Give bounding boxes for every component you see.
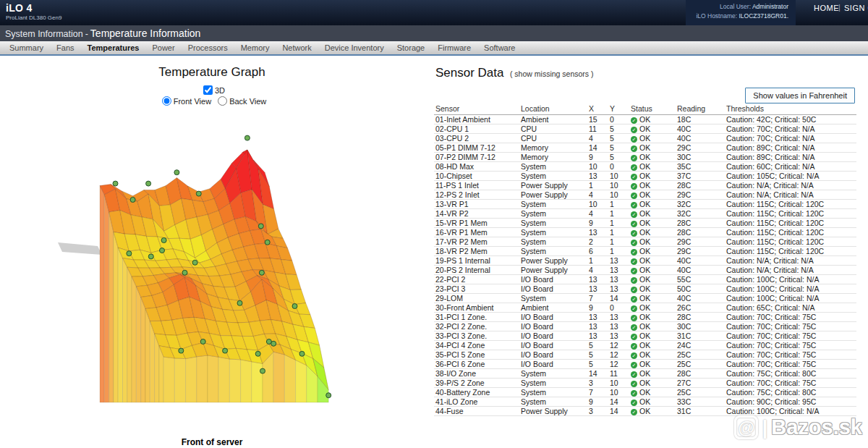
location-cell: I/O Board [519, 331, 587, 341]
sensor-row: 39-P/S 2 ZoneSystem310✓OK27CCaution: 70C… [434, 379, 856, 388]
status-text: OK [639, 209, 650, 218]
tab-storage[interactable]: Storage [391, 43, 432, 52]
y-cell: 5 [608, 134, 629, 143]
sensor-row: 08-HD MaxSystem100✓OK35CCaution: 60C; Cr… [434, 162, 856, 172]
tab-summary[interactable]: Summary [3, 43, 50, 52]
y-cell: 12 [608, 341, 629, 350]
status-ok-icon: ✓ [631, 117, 637, 124]
thresholds-cell: Caution: 65C; Critical: N/A [725, 303, 856, 313]
sensor-name-cell: 19-PS 1 Internal [434, 256, 519, 266]
y-cell: 1 [608, 247, 629, 256]
sensor-marker [326, 393, 331, 398]
x-cell: 10 [587, 162, 608, 172]
status-cell: ✓OK [629, 397, 676, 407]
temperature-graph-panel: Temperature Graph 3D Front View Back Vie… [0, 56, 434, 448]
sensor-marker [113, 181, 118, 186]
sensor-marker [161, 238, 166, 243]
back-view-radio[interactable] [218, 96, 227, 106]
sign-out-link[interactable]: SIGN OUT [844, 4, 868, 12]
front-view-radio[interactable] [162, 96, 171, 106]
column-header-x: X [587, 104, 608, 115]
status-text: OK [639, 294, 650, 303]
reading-cell: 18C [676, 115, 725, 124]
status-ok-icon: ✓ [631, 400, 637, 406]
location-cell: Memory [519, 143, 587, 153]
sensor-name-cell: 32-PCI 2 Zone. [434, 322, 519, 331]
tab-processors[interactable]: Processors [182, 43, 234, 52]
thresholds-cell: Caution: 70C; Critical: 75C [725, 313, 856, 322]
thresholds-cell: Caution: 70C; Critical: 75C [725, 341, 856, 350]
status-cell: ✓OK [629, 190, 676, 200]
thresholds-cell: Caution: 100C; Critical: N/A [725, 284, 856, 294]
tab-fans[interactable]: Fans [50, 43, 80, 52]
x-cell: 7 [587, 388, 608, 397]
session-info: Local User: Administrator iLO Hostname: … [686, 0, 796, 25]
x-cell: 4 [587, 134, 608, 143]
sensor-row: 20-PS 2 InternalPower Supply413✓OK40CCau… [434, 266, 856, 275]
column-header-status: Status [629, 104, 676, 115]
sensor-name-cell: 22-PCI 2 [434, 275, 519, 284]
status-cell: ✓OK [629, 379, 676, 388]
tab-memory[interactable]: Memory [234, 43, 276, 52]
fahrenheit-button[interactable]: Show values in Fahrenheit [745, 88, 855, 103]
column-header-y: Y [608, 104, 629, 115]
sensor-row: 40-Battery ZoneSystem710✓OK25CCaution: 7… [434, 388, 856, 397]
show-missing-sensors-link[interactable]: ( show missing sensors ) [510, 69, 594, 78]
tab-firmware[interactable]: Firmware [431, 43, 477, 52]
thresholds-cell: Caution: N/A; Critical: N/A [725, 190, 856, 200]
status-text: OK [639, 275, 650, 284]
thresholds-cell: Caution: 115C; Critical: 120C [725, 200, 856, 209]
status-ok-icon: ✓ [631, 193, 637, 199]
status-cell: ✓OK [629, 266, 676, 275]
sensor-name-cell: 20-PS 2 Internal [434, 266, 519, 275]
breadcrumb-separator: - [85, 29, 88, 39]
sensor-data-title: Sensor Data [435, 66, 504, 80]
sensor-marker [255, 351, 260, 356]
y-cell: 10 [608, 190, 629, 200]
status-ok-icon: ✓ [631, 381, 637, 387]
x-cell: 11 [587, 124, 608, 134]
thresholds-cell: Caution: N/A; Critical: N/A [725, 266, 856, 275]
y-cell: 0 [608, 303, 629, 313]
status-ok-icon: ✓ [631, 249, 637, 255]
thresholds-cell: Caution: N/A; Critical: N/A [725, 256, 856, 266]
x-cell: 13 [587, 322, 608, 331]
y-cell: 12 [608, 360, 629, 369]
tab-temperatures[interactable]: Temperatures [81, 43, 146, 52]
y-cell: 13 [608, 275, 629, 284]
location-cell: I/O Board [519, 322, 587, 331]
home-link[interactable]: HOME [814, 4, 839, 12]
graph-controls: 3D Front View Back View [0, 85, 424, 106]
status-ok-icon: ✓ [631, 343, 637, 350]
y-cell: 0 [608, 162, 629, 172]
reading-cell: 24C [676, 341, 725, 350]
tab-power[interactable]: Power [145, 43, 181, 52]
sensor-row: 11-PS 1 InletPower Supply110✓OK28CCautio… [434, 181, 856, 190]
reading-cell: 55C [676, 275, 725, 284]
sensor-row: 15-VR P1 MemSystem91✓OK28CCaution: 115C;… [434, 219, 856, 228]
status-ok-icon: ✓ [631, 390, 637, 397]
status-ok-icon: ✓ [631, 240, 637, 246]
sensor-row: 31-PCI 1 Zone.I/O Board1313✓OK28CCaution… [434, 313, 856, 322]
status-text: OK [639, 219, 650, 227]
y-cell: 12 [608, 350, 629, 360]
sensor-name-cell: 29-LOM [434, 294, 519, 303]
reading-cell: 29C [676, 190, 725, 200]
tab-software[interactable]: Software [477, 43, 522, 52]
y-cell: 10 [608, 379, 629, 388]
tab-network[interactable]: Network [276, 43, 318, 52]
thresholds-cell: Caution: 115C; Critical: 120C [725, 228, 856, 237]
x-cell: 13 [587, 313, 608, 322]
3d-checkbox[interactable] [203, 85, 213, 95]
sensor-row: 33-PCI 3 Zone.I/O Board1313✓OK31CCaution… [434, 331, 856, 341]
sensor-row: 02-CPU 1CPU115✓OK40CCaution: 70C; Critic… [434, 124, 856, 134]
status-cell: ✓OK [629, 153, 676, 162]
thresholds-cell: Caution: 75C; Critical: 80C [725, 369, 856, 379]
status-cell: ✓OK [629, 284, 676, 294]
location-cell: System [519, 209, 587, 219]
tab-device-inventory[interactable]: Device Inventory [318, 43, 391, 52]
status-cell: ✓OK [629, 124, 676, 134]
sensor-row: 29-LOMSystem714✓OK40CCaution: 100C; Crit… [434, 294, 856, 303]
main-content: Temperature Graph 3D Front View Back Vie… [0, 56, 868, 448]
sensor-name-cell: 05-P1 DIMM 7-12 [434, 143, 519, 153]
